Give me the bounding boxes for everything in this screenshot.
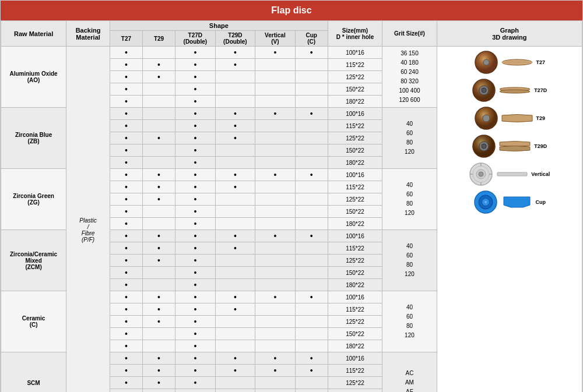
v-cell — [255, 303, 296, 316]
t27d-cell: • — [175, 230, 216, 242]
material-cell-zb: Zirconia Blue (ZB) — [1, 108, 66, 169]
t29d-header: T29D(Double) — [215, 31, 255, 47]
t29-cell: • — [143, 352, 175, 365]
t29d-cell — [215, 193, 255, 206]
t27-cell: • — [110, 242, 142, 255]
t27-header: T27 — [110, 31, 142, 47]
c-cell — [295, 206, 328, 218]
t29-cell — [143, 206, 175, 218]
c-cell: • — [295, 352, 328, 365]
c-cell — [295, 120, 328, 132]
size-cell: 125*22 — [328, 193, 382, 206]
svg-point-1 — [483, 59, 489, 65]
svg-point-17 — [479, 172, 483, 176]
t29-cell: • — [143, 255, 175, 267]
material-cell-ao: Aluminium Oxide (AO) — [1, 47, 66, 108]
t27d-cell: • — [175, 206, 216, 218]
t27d-cell: • — [175, 157, 216, 169]
t27-cell: • — [110, 303, 142, 316]
t29-cell: • — [143, 181, 175, 193]
v-cell — [255, 267, 296, 279]
size-cell: 125*22 — [328, 71, 382, 83]
page-title: Flap disc — [271, 5, 311, 15]
v-cell — [255, 83, 296, 96]
t27-cell: • — [110, 169, 142, 181]
t27d-header: T27D(Double) — [175, 31, 216, 47]
t27-cell: • — [110, 96, 142, 108]
t29-cell — [143, 267, 175, 279]
c-cell: • — [295, 47, 328, 59]
backing-material-cell: Plastic / Fibre (P/F) — [66, 47, 110, 393]
grit-cell-zb: 40 60 80 120 — [382, 108, 437, 169]
graph-header: Graph3D drawing — [437, 21, 582, 47]
size-cell: 150*22 — [328, 144, 382, 157]
c-cell: • — [295, 291, 328, 303]
t29-cell: • — [143, 316, 175, 328]
t27d-cell: • — [175, 120, 216, 132]
t27d-cell: • — [175, 108, 216, 120]
t27d-cell: • — [175, 279, 216, 291]
t27-cell: • — [110, 352, 142, 365]
c-cell — [295, 157, 328, 169]
main-container: Flap disc Raw Material Backing Material … — [0, 0, 583, 392]
t29d-cell: • — [215, 181, 255, 193]
v-cell — [255, 144, 296, 157]
v-cell: • — [255, 230, 296, 242]
t29d-cell: • — [215, 352, 255, 365]
t29-cell: • — [143, 169, 175, 181]
t29d-cell: • — [215, 365, 255, 377]
c-cell — [295, 218, 328, 230]
c-cell — [295, 193, 328, 206]
v-cell: • — [255, 365, 296, 377]
v-cell: • — [255, 169, 296, 181]
t27d-cell: • — [175, 316, 216, 328]
t29d-cell — [215, 267, 255, 279]
t29d-cell — [215, 328, 255, 340]
t27-cell: • — [110, 279, 142, 291]
t29d-cell: • — [215, 291, 255, 303]
v-cell — [255, 242, 296, 255]
t29d-cell: • — [215, 120, 255, 132]
size-cell: 125*22 — [328, 132, 382, 144]
t27d-cell: • — [175, 242, 216, 255]
c-cell — [295, 83, 328, 96]
t29-cell — [143, 47, 175, 59]
material-cell-zg: Zirconia Green (ZG) — [1, 169, 66, 230]
raw-material-header: Raw Material — [1, 21, 66, 47]
t29d-cell: • — [215, 108, 255, 120]
cup-header: Cup(C) — [295, 31, 328, 47]
t27-cell: • — [110, 47, 142, 59]
size-cell: 180*22 — [328, 96, 382, 108]
t29-cell: • — [143, 242, 175, 255]
c-cell — [295, 267, 328, 279]
c-cell — [295, 96, 328, 108]
size-cell: 100*16 — [328, 230, 382, 242]
t29-cell — [143, 218, 175, 230]
t29d-cell: • — [215, 230, 255, 242]
size-cell: 125*22 — [328, 377, 382, 389]
c-cell — [295, 279, 328, 291]
t27d-cell: • — [175, 96, 216, 108]
c-cell — [295, 144, 328, 157]
t29d-cell: • — [215, 169, 255, 181]
size-cell: 150*22 — [328, 83, 382, 96]
c-cell — [295, 181, 328, 193]
t27d-cell: • — [175, 193, 216, 206]
t29-cell: • — [143, 365, 175, 377]
vertical-header: Vertical(V) — [255, 31, 296, 47]
t29d-cell — [215, 340, 255, 352]
main-table: Raw Material Backing Material Shape Size… — [1, 20, 582, 392]
t27-cell: • — [110, 389, 142, 393]
c-cell — [295, 255, 328, 267]
grit-cell-scm: AC AM AF — [382, 352, 437, 393]
grit-header: Grit Size(#) — [382, 21, 437, 47]
t27d-cell: • — [175, 218, 216, 230]
size-cell: 100*16 — [328, 108, 382, 120]
t27d-cell: • — [175, 328, 216, 340]
size-cell: 125*22 — [328, 316, 382, 328]
t27d-cell: • — [175, 83, 216, 96]
grit-cell-zg: 40 60 80 120 — [382, 169, 437, 230]
t27-cell: • — [110, 230, 142, 242]
t29-cell: • — [143, 193, 175, 206]
header-row-1: Raw Material Backing Material Shape Size… — [1, 21, 582, 31]
